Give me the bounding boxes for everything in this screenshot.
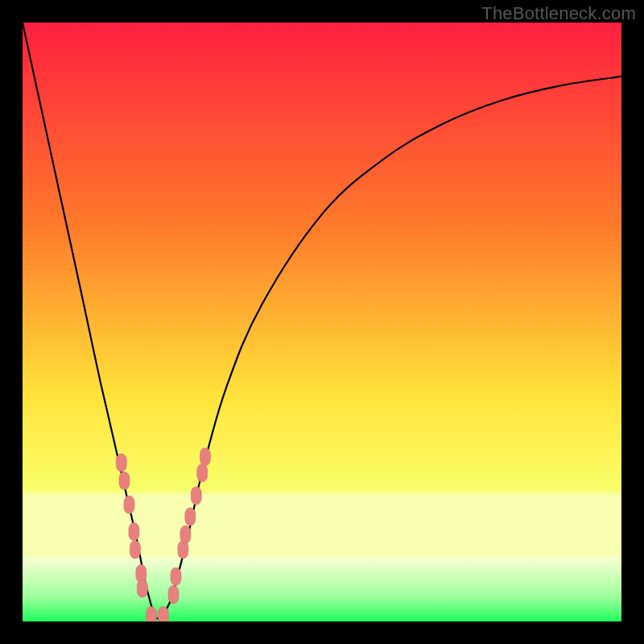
plot-area [23,23,621,621]
marker-point [137,580,147,597]
marker-point [200,448,210,465]
marker-point [124,496,134,514]
plot-svg [23,23,621,621]
marker-point [180,526,191,543]
marker-point [197,464,208,481]
marker-point [119,472,130,489]
marker-point [130,541,140,559]
marker-point [158,607,168,621]
marker-point [129,522,139,540]
marker-point [191,487,201,505]
gradient-background [23,23,621,621]
marker-point [185,508,196,526]
marker-point [168,586,179,604]
marker-point [116,454,126,472]
chart-frame: TheBottleneck.com [0,0,644,644]
marker-point [146,607,156,621]
marker-point [171,568,181,585]
watermark-text: TheBottleneck.com [481,3,636,24]
